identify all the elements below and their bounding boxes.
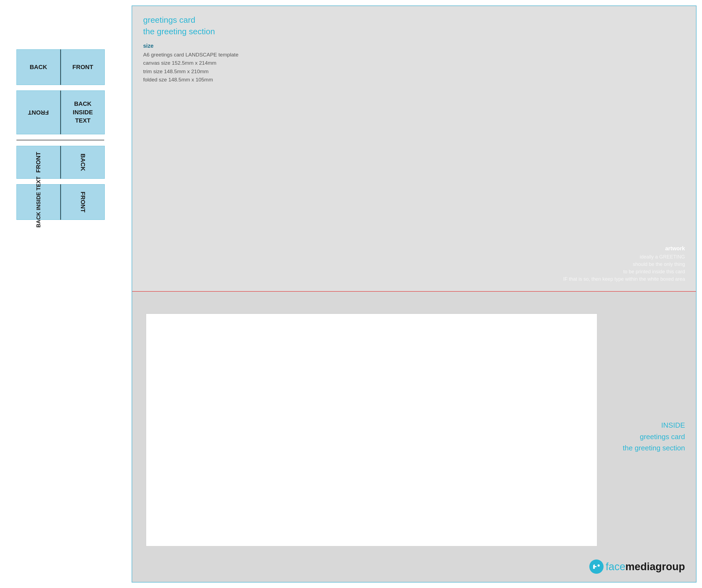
- card-front-rotated-2: FRONT: [61, 184, 105, 220]
- inside-line1: INSIDE: [623, 420, 685, 431]
- size-line2: canvas size 152.5mm x 214mm: [143, 59, 685, 67]
- artwork-block: artwork ideally a GREETING should be the…: [563, 245, 685, 283]
- card-front-rotated: FRONT: [16, 146, 60, 179]
- front-label: FRONT: [73, 63, 93, 71]
- card-front-top: FRONT: [61, 49, 105, 85]
- size-line3: trim size 148.5mm x 210mm: [143, 67, 685, 76]
- title-line1: greetings card: [143, 14, 685, 26]
- card-back-inside-rotated: BACK INSIDE TEXT: [16, 184, 60, 220]
- fmg-icon: [589, 560, 604, 574]
- canvas-top: greetings card the greeting section size…: [132, 6, 696, 292]
- card-back-rotated: BACK: [61, 146, 105, 179]
- back-label: BACK: [30, 63, 47, 71]
- canvas-title: greetings card the greeting section: [143, 14, 685, 37]
- front-rotated-label: FRONT: [35, 152, 42, 173]
- artwork-title: artwork: [563, 245, 685, 252]
- size-line1: A6 greetings card LANDSCAPE template: [143, 51, 685, 59]
- inside-text-block: INSIDE greetings card the greeting secti…: [623, 420, 685, 454]
- artwork-line3: to be printed inside this card: [563, 268, 685, 276]
- back-inside-label: BACK INSIDE TEXT: [73, 100, 93, 125]
- canvas-outer: greetings card the greeting section size…: [132, 5, 697, 583]
- artwork-desc: ideally a GREETING should be the only th…: [563, 253, 685, 283]
- fmg-text: facemediagroup: [606, 561, 685, 573]
- inside-line2: greetings card: [623, 431, 685, 442]
- horizontal-divider: [16, 140, 104, 140]
- back-inside-text-rotated-label: BACK INSIDE TEXT: [35, 176, 42, 228]
- svg-point-1: [597, 564, 600, 567]
- title-line2: the greeting section: [143, 26, 685, 37]
- card-front-flipped: FRONT: [16, 91, 60, 134]
- back-rotated-label: BACK: [79, 153, 86, 171]
- inside-white-box: [146, 314, 597, 547]
- card-back-top: BACK: [16, 49, 60, 85]
- card-back-inside: BACK INSIDE TEXT: [61, 91, 105, 134]
- size-label: size: [143, 43, 685, 49]
- artwork-line4: IF that is so, then keep type within the…: [563, 276, 685, 283]
- front-rotated-label-2: FRONT: [79, 192, 86, 212]
- size-info: A6 greetings card LANDSCAPE template can…: [143, 51, 685, 84]
- card-row-4: BACK INSIDE TEXT FRONT: [16, 184, 121, 220]
- fmg-logo: facemediagroup: [589, 560, 685, 574]
- artwork-line2: should be the only thing: [563, 261, 685, 268]
- size-line4: folded sze 148.5mm x 105mm: [143, 76, 685, 84]
- canvas-bottom: INSIDE greetings card the greeting secti…: [132, 292, 696, 582]
- fmg-face: face: [606, 561, 625, 572]
- card-row-1: BACK FRONT: [16, 49, 121, 85]
- card-row-2: FRONT BACK INSIDE TEXT: [16, 91, 121, 134]
- right-panel: greetings card the greeting section size…: [132, 0, 702, 588]
- card-row-3: FRONT BACK: [16, 146, 121, 179]
- fmg-mediagroup: mediagroup: [625, 561, 685, 572]
- artwork-line1: ideally a GREETING: [563, 253, 685, 261]
- inside-line3: the greeting section: [623, 442, 685, 454]
- left-panel: BACK FRONT FRONT BACK INSIDE TEXT FRONT …: [0, 0, 132, 588]
- front-flipped-label: FRONT: [28, 109, 49, 116]
